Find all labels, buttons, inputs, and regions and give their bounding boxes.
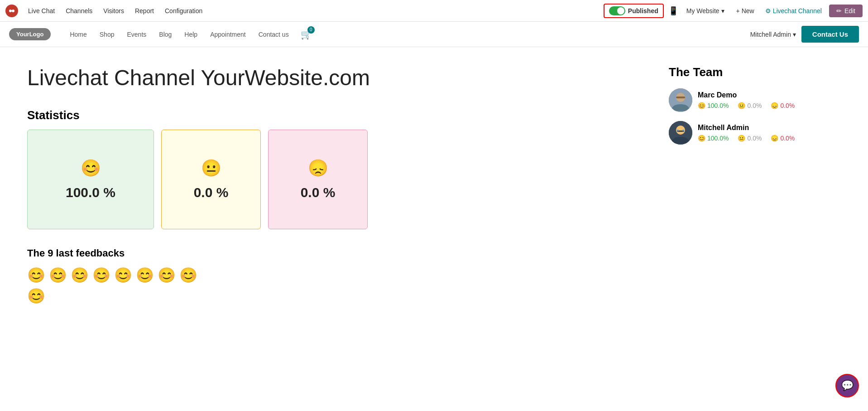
feedback-emoji-5: 😊 (114, 266, 132, 284)
nav-help[interactable]: Help (179, 28, 203, 41)
toggle-switch[interactable] (609, 6, 625, 15)
mitchell-sad-stat: 😞 0.0% (771, 135, 795, 142)
nav-configuration[interactable]: Configuration (159, 0, 208, 22)
mitchell-avatar-image (669, 121, 692, 145)
happy-icon: 😊 (698, 102, 705, 109)
statistics-title: Statistics (27, 108, 344, 122)
my-website-button[interactable]: My Website ▾ (683, 7, 728, 15)
stats-left: Statistics 😊 100.0 % 😐 0.0 % 😞 0.0 % (27, 108, 344, 305)
svg-point-9 (682, 130, 684, 131)
feedbacks-title: The 9 last feedbacks (27, 247, 344, 259)
mobile-icon[interactable]: 📱 (668, 6, 678, 16)
stat-card-sad: 😞 0.0 % (268, 130, 368, 229)
mitchell-admin-label: Mitchell Admin (750, 31, 791, 38)
cart-badge: 0 (307, 26, 315, 34)
feedback-emoji-4: 😊 (92, 266, 110, 284)
mitchell-name: Mitchell Admin (698, 124, 841, 132)
marc-sad-stat: 😞 0.0% (771, 102, 795, 109)
published-label: Published (628, 7, 658, 15)
edit-button[interactable]: ✏ Edit (829, 5, 863, 17)
marc-info: Marc Demo 😊 100.0% 😐 0.0% 😞 0.0% (698, 91, 841, 109)
mitchell-info: Mitchell Admin 😊 100.0% 😐 0.0% 😞 0.0% (698, 124, 841, 142)
mitchell-happy-value: 100.0% (707, 135, 729, 142)
nav-contact-us[interactable]: Contact us (253, 28, 294, 41)
stats-section: Statistics 😊 100.0 % 😐 0.0 % 😞 0.0 % (27, 108, 841, 305)
edit-label: Edit (844, 7, 855, 15)
feedback-emoji-2: 😊 (49, 266, 67, 284)
feedback-emoji-3: 😊 (71, 266, 89, 284)
marc-happy-value: 100.0% (707, 102, 729, 109)
mitchell-admin-button[interactable]: Mitchell Admin ▾ (750, 31, 796, 38)
marc-name: Marc Demo (698, 91, 841, 99)
mitchell-stats: 😊 100.0% 😐 0.0% 😞 0.0% (698, 135, 841, 142)
admin-bar-right: Published 📱 My Website ▾ + New ⚙ Livecha… (604, 4, 863, 18)
neutral-value: 0.0 % (194, 185, 229, 200)
new-label: + New (736, 7, 754, 15)
mitchell-neutral-stat: 😐 0.0% (738, 135, 762, 142)
main-content: Livechat Channel YourWebsite.com Statist… (0, 47, 868, 411)
happy-value: 100.0 % (66, 185, 115, 200)
happy-icon: 😊 (698, 135, 705, 142)
svg-point-0 (9, 10, 12, 12)
sad-icon: 😞 (771, 102, 778, 109)
sad-value: 0.0 % (301, 185, 336, 200)
marc-neutral-stat: 😐 0.0% (738, 102, 762, 109)
website-nav-links: Home Shop Events Blog Help Appointment C… (64, 28, 312, 41)
admin-nav: Live Chat Channels Visitors Report Confi… (23, 0, 208, 22)
feedbacks-section: The 9 last feedbacks 😊 😊 😊 😊 😊 😊 😊 😊 😊 (27, 247, 344, 305)
svg-rect-4 (676, 97, 685, 98)
svg-point-1 (12, 10, 14, 12)
cart-icon[interactable]: 🛒 0 (301, 29, 312, 40)
feedback-emoji-9: 😊 (27, 287, 45, 305)
page-title-sub: YourWebsite.com (195, 66, 370, 90)
odoo-logo[interactable] (5, 5, 18, 17)
marc-sad-value: 0.0% (780, 102, 795, 109)
marc-neutral-value: 0.0% (747, 102, 762, 109)
team-section: The Team Marc Demo (669, 65, 841, 154)
stat-card-happy: 😊 100.0 % (27, 130, 154, 229)
my-website-label: My Website (686, 7, 719, 15)
new-button[interactable]: + New (733, 7, 758, 15)
mitchell-sad-value: 0.0% (780, 135, 795, 142)
neutral-icon: 😐 (738, 135, 745, 142)
livechat-channel-label: Livechat Channel (773, 7, 822, 15)
contact-us-button[interactable]: Contact Us (801, 26, 859, 43)
nav-channels[interactable]: Channels (60, 0, 98, 22)
marc-happy-stat: 😊 100.0% (698, 102, 729, 109)
logo-oval: YourLogo (9, 28, 51, 40)
mitchell-happy-stat: 😊 100.0% (698, 135, 729, 142)
admin-bar-left: Live Chat Channels Visitors Report Confi… (5, 0, 208, 22)
stats-cards: 😊 100.0 % 😐 0.0 % 😞 0.0 % (27, 130, 344, 229)
nav-live-chat[interactable]: Live Chat (23, 0, 60, 22)
nav-home[interactable]: Home (64, 28, 92, 41)
feedback-emoji-8: 😊 (179, 266, 197, 284)
neutral-icon: 😐 (738, 102, 745, 109)
published-toggle[interactable]: Published (604, 4, 664, 18)
chat-bubble[interactable]: 💬 (835, 374, 859, 397)
nav-report[interactable]: Report (129, 0, 159, 22)
svg-point-8 (677, 130, 679, 131)
livechat-channel-button[interactable]: ⚙ Livechat Channel (762, 7, 825, 15)
chevron-down-icon: ▾ (721, 7, 724, 15)
nav-blog[interactable]: Blog (153, 28, 177, 41)
neutral-emoji: 😐 (201, 159, 221, 178)
happy-emoji: 😊 (81, 159, 101, 178)
nav-right: Mitchell Admin ▾ Contact Us (750, 26, 859, 43)
website-nav: YourLogo Home Shop Events Blog Help Appo… (0, 22, 868, 47)
stat-card-neutral: 😐 0.0 % (161, 130, 261, 229)
team-member-mitchell: Mitchell Admin 😊 100.0% 😐 0.0% 😞 0.0% (669, 121, 841, 145)
nav-appointment[interactable]: Appointment (205, 28, 251, 41)
nav-shop[interactable]: Shop (94, 28, 120, 41)
marc-avatar-image (669, 88, 692, 112)
website-logo[interactable]: YourLogo (9, 28, 51, 40)
feedback-emojis: 😊 😊 😊 😊 😊 😊 😊 😊 😊 (27, 266, 208, 305)
nav-events[interactable]: Events (121, 28, 152, 41)
mitchell-avatar (669, 121, 692, 145)
feedback-emoji-1: 😊 (27, 266, 45, 284)
marc-avatar (669, 88, 692, 112)
mitchell-neutral-value: 0.0% (747, 135, 762, 142)
feedback-emoji-6: 😊 (136, 266, 154, 284)
chevron-down-icon: ▾ (793, 31, 796, 38)
nav-visitors[interactable]: Visitors (98, 0, 129, 22)
marc-stats: 😊 100.0% 😐 0.0% 😞 0.0% (698, 102, 841, 109)
